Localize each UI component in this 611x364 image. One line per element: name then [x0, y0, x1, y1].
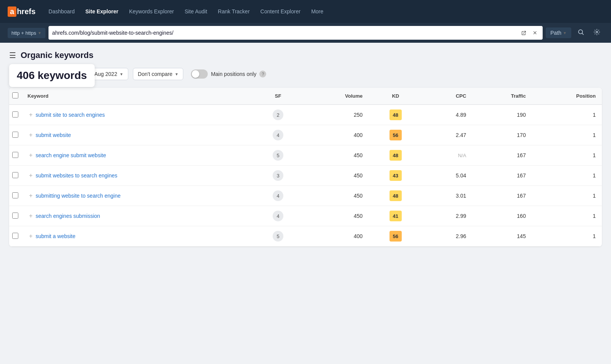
kd-cell: 56 — [369, 125, 423, 145]
sf-badge-6: 5 — [273, 231, 283, 242]
volume-value-1: 400 — [354, 132, 362, 138]
position-value-0: 1 — [593, 112, 596, 118]
cpc-value: 2.47 — [456, 132, 466, 138]
keyword-link-4[interactable]: submitting website to search engine — [36, 193, 121, 199]
keyword-link-3[interactable]: submit websites to search engines — [36, 172, 117, 179]
protocol-dropdown[interactable]: http + https ▼ — [8, 28, 45, 38]
nav-link-more[interactable]: More — [307, 6, 327, 17]
add-keyword-button-3[interactable]: + — [27, 172, 34, 179]
keywords-count-text: 406 keywords — [17, 69, 87, 81]
traffic-value-0: 190 — [517, 112, 526, 118]
table-row: + submit websites to search engines 3 45… — [9, 166, 602, 186]
cpc-value: 5.04 — [456, 172, 466, 179]
select-all-checkbox-cell — [9, 88, 21, 105]
main-positions-toggle-wrapper: Main positions only ? — [191, 69, 266, 79]
nav-link-rank-tracker[interactable]: Rank Tracker — [214, 6, 254, 17]
path-dropdown[interactable]: Path ▼ — [546, 27, 571, 38]
row-checkbox-3[interactable] — [12, 172, 18, 178]
position-cell: 1 — [532, 186, 602, 206]
date-filter-dropdown[interactable]: Aug 2022 ▼ — [89, 68, 128, 80]
row-checkbox-5[interactable] — [12, 213, 18, 219]
help-icon[interactable]: ? — [259, 71, 266, 77]
traffic-value-4: 167 — [517, 193, 526, 199]
add-keyword-button-5[interactable]: + — [27, 213, 34, 219]
nav-link-dashboard[interactable]: Dashboard — [45, 6, 79, 17]
menu-icon[interactable]: ☰ — [9, 51, 16, 60]
search-button[interactable] — [574, 27, 587, 39]
compare-filter-dropdown[interactable]: Don't compare ▼ — [133, 68, 184, 80]
keyword-link-5[interactable]: search engines submission — [36, 213, 100, 219]
keyword-link-0[interactable]: submit site to search engines — [36, 112, 105, 118]
keywords-count-badge: 406 keywords — [9, 64, 95, 87]
kd-cell: 48 — [369, 145, 423, 166]
sf-cell: 2 — [253, 105, 303, 125]
logo[interactable]: a hrefs — [8, 6, 36, 17]
row-checkbox-cell — [9, 226, 21, 246]
row-checkbox-cell — [9, 105, 21, 125]
row-checkbox-1[interactable] — [12, 132, 18, 138]
nav-link-site-explorer[interactable]: Site Explorer — [82, 6, 122, 17]
add-keyword-button-4[interactable]: + — [27, 192, 34, 199]
kd-badge-6: 56 — [390, 231, 402, 242]
table-row: + search engines submission 4 450 41 2.9… — [9, 206, 602, 226]
row-checkbox-cell — [9, 125, 21, 145]
keyword-cell: + submit a website — [21, 226, 253, 246]
volume-cell: 450 — [303, 186, 369, 206]
nav-link-content-explorer[interactable]: Content Explorer — [257, 6, 304, 17]
keyword-cell: + search engines submission — [21, 206, 253, 226]
volume-value-2: 450 — [354, 152, 362, 158]
protocol-chevron-icon: ▼ — [38, 31, 42, 35]
kd-cell: 43 — [369, 166, 423, 186]
position-value-4: 1 — [593, 193, 596, 199]
keyword-link-2[interactable]: search engine submit website — [36, 152, 106, 158]
traffic-value-5: 160 — [517, 213, 526, 219]
kd-badge-0: 48 — [390, 110, 402, 120]
cpc-cell: 2.47 — [422, 125, 472, 145]
sf-badge-0: 2 — [273, 110, 283, 120]
row-checkbox-cell — [9, 206, 21, 226]
traffic-cell: 170 — [472, 125, 532, 145]
keyword-link-6[interactable]: submit a website — [36, 233, 75, 239]
main-positions-toggle[interactable] — [191, 69, 208, 79]
url-input[interactable] — [52, 30, 517, 36]
add-keyword-button-6[interactable]: + — [27, 233, 34, 240]
row-checkbox-cell — [9, 145, 21, 166]
traffic-cell: 167 — [472, 186, 532, 206]
row-checkbox-4[interactable] — [12, 192, 18, 198]
keyword-link-1[interactable]: submit website — [36, 132, 71, 138]
select-all-checkbox[interactable] — [12, 92, 18, 98]
kd-badge-2: 48 — [390, 150, 402, 161]
row-checkbox-2[interactable] — [12, 152, 18, 158]
position-value-1: 1 — [593, 132, 596, 138]
nav-link-site-audit[interactable]: Site Audit — [181, 6, 211, 17]
cpc-value: 4.89 — [456, 112, 466, 118]
kd-cell: 48 — [369, 186, 423, 206]
kd-badge-4: 48 — [390, 190, 402, 201]
col-header-traffic: Traffic — [472, 88, 532, 105]
row-checkbox-cell — [9, 166, 21, 186]
position-cell: 1 — [532, 145, 602, 166]
nav-link-keywords-explorer[interactable]: Keywords Explorer — [125, 6, 178, 17]
external-link-icon[interactable] — [520, 29, 528, 36]
volume-cell: 400 — [303, 226, 369, 246]
volume-cell: 400 — [303, 125, 369, 145]
top-navigation: a hrefs Dashboard Site Explorer Keywords… — [0, 0, 611, 23]
cpc-value: 2.99 — [456, 213, 466, 219]
keyword-cell: + submit site to search engines — [21, 105, 253, 125]
cpc-cell: 2.99 — [422, 206, 472, 226]
col-header-position: Position — [532, 88, 602, 105]
kd-badge-1: 56 — [390, 130, 402, 140]
kd-badge-5: 41 — [390, 211, 402, 221]
traffic-cell: 167 — [472, 166, 532, 186]
main-positions-label: Main positions only — [211, 71, 256, 77]
row-checkbox-6[interactable] — [12, 233, 18, 239]
clear-url-icon[interactable]: ✕ — [531, 29, 539, 37]
add-keyword-button-0[interactable]: + — [27, 111, 34, 118]
main-content: ☰ Organic keywords 406 keywords Aug 2022… — [0, 43, 611, 254]
settings-button[interactable] — [590, 27, 603, 39]
add-keyword-button-1[interactable]: + — [27, 132, 34, 139]
col-header-volume: Volume — [303, 88, 369, 105]
add-keyword-button-2[interactable]: + — [27, 152, 34, 159]
sf-badge-2: 5 — [273, 150, 283, 161]
row-checkbox-0[interactable] — [12, 111, 18, 118]
